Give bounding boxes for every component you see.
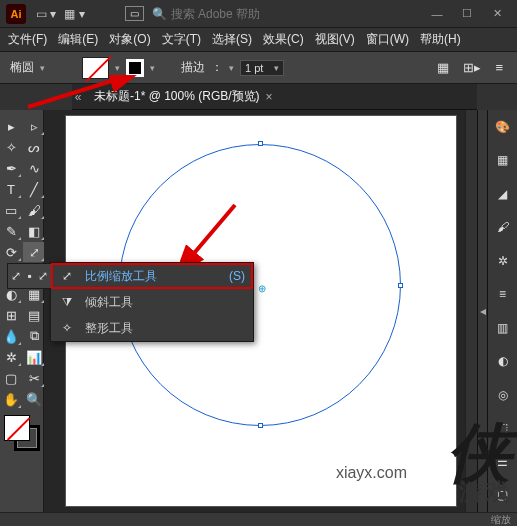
- stroke-weight-input[interactable]: 1 pt▾: [240, 60, 284, 76]
- eyedropper-tool[interactable]: 💧: [0, 326, 22, 346]
- menu-object[interactable]: 对象(O): [109, 31, 150, 48]
- bridge-icon[interactable]: ▭ ▾: [36, 7, 56, 21]
- shear-icon: ⧩: [59, 295, 75, 309]
- align-icon[interactable]: ▦: [433, 58, 453, 77]
- scale-tool[interactable]: ⤢: [23, 242, 45, 262]
- menu-edit[interactable]: 编辑(E): [58, 31, 98, 48]
- watermark-char: 侠: [447, 431, 511, 476]
- active-tool-label: 椭圆: [10, 59, 34, 76]
- gradient-tool[interactable]: ▤: [23, 305, 45, 325]
- bbox-handle-bottom[interactable]: [258, 423, 263, 428]
- menu-help[interactable]: 帮助(H): [420, 31, 461, 48]
- menu-type[interactable]: 文字(T): [162, 31, 201, 48]
- gradient-panel-icon[interactable]: ▥: [493, 319, 513, 337]
- rotate-tool[interactable]: ⟳: [0, 242, 22, 262]
- help-search[interactable]: 🔍: [152, 7, 423, 21]
- menu-file[interactable]: 文件(F): [8, 31, 47, 48]
- panel-menu-icon[interactable]: ≡: [491, 58, 507, 77]
- maximize-button[interactable]: ☐: [453, 4, 481, 24]
- flyout-item-reshape[interactable]: ✧ 整形工具: [51, 315, 253, 341]
- status-text: 缩放: [491, 513, 511, 527]
- window-controls: — ☐ ✕: [423, 4, 511, 24]
- color-panel-icon[interactable]: 🎨: [493, 118, 513, 136]
- transform-origin-icon[interactable]: ⊕: [258, 283, 266, 294]
- hand-tool[interactable]: ✋: [0, 389, 22, 409]
- menu-select[interactable]: 选择(S): [212, 31, 252, 48]
- shaper-tool[interactable]: ✎: [0, 221, 22, 241]
- transparency-panel-icon[interactable]: ◐: [493, 353, 513, 371]
- direct-selection-tool[interactable]: ▹: [23, 116, 45, 136]
- scale-tool-flyout: ⤢▪⤢ ⤢ 比例缩放工具 (S) ⧩ 倾斜工具 ✧ 整形工具: [50, 262, 254, 342]
- flyout-item-shear[interactable]: ⧩ 倾斜工具: [51, 289, 253, 315]
- colorguide-panel-icon[interactable]: ◢: [493, 185, 513, 203]
- flyout-shortcut: (S): [229, 269, 245, 283]
- flyout-label: 整形工具: [85, 320, 133, 337]
- toolbox: ▸ ▹ ✧ ᔕ ✒ ∿ T ╱ ▭ 🖌 ✎ ◧ ⟳ ⤢ ⋔ ◫ ◐ ▦ ⊞ ▤ …: [0, 110, 44, 512]
- tab-scroll-left[interactable]: «: [72, 90, 84, 104]
- appearance-panel-icon[interactable]: ◎: [493, 386, 513, 404]
- status-bar: 缩放: [0, 512, 517, 526]
- mesh-tool[interactable]: ⊞: [0, 305, 22, 325]
- scale-icon: ⤢: [59, 269, 75, 283]
- menu-bar: 文件(F) 编辑(E) 对象(O) 文字(T) 选择(S) 效果(C) 视图(V…: [0, 28, 517, 52]
- paintbrush-tool[interactable]: 🖌: [23, 200, 45, 220]
- bbox-handle-right[interactable]: [398, 283, 403, 288]
- document-tab-bar: « 未标题-1* @ 100% (RGB/预览) ×: [72, 84, 477, 110]
- stroke-dropdown[interactable]: ▾: [150, 63, 155, 73]
- fill-stroke-swatches[interactable]: [4, 415, 40, 451]
- title-dropdowns: ▭ ▾ ▦ ▾: [36, 7, 85, 21]
- document-tab-title: 未标题-1* @ 100% (RGB/预览): [94, 88, 260, 105]
- swatches-panel-icon[interactable]: ▦: [493, 152, 513, 170]
- close-button[interactable]: ✕: [483, 4, 511, 24]
- eraser-tool[interactable]: ◧: [23, 221, 45, 241]
- search-icon: 🔍: [152, 7, 167, 21]
- lasso-tool[interactable]: ᔕ: [23, 137, 45, 157]
- search-input[interactable]: [171, 7, 281, 21]
- watermark: 侠 游戏: [447, 431, 511, 508]
- fill-swatch[interactable]: [82, 57, 109, 79]
- flyout-label: 比例缩放工具: [85, 268, 157, 285]
- curvature-tool[interactable]: ∿: [23, 158, 45, 178]
- toolbox-fill[interactable]: [4, 415, 30, 441]
- artboard-tool[interactable]: ▢: [0, 368, 22, 388]
- flyout-label: 倾斜工具: [85, 294, 133, 311]
- magic-wand-tool[interactable]: ✧: [0, 137, 22, 157]
- document-tab[interactable]: 未标题-1* @ 100% (RGB/预览) ×: [84, 88, 283, 105]
- type-tool[interactable]: T: [0, 179, 22, 199]
- symbols-panel-icon[interactable]: ✲: [493, 252, 513, 270]
- stroke-panel-icon[interactable]: ≡: [493, 286, 513, 304]
- flyout-tearoff[interactable]: ⤢▪⤢: [7, 263, 51, 289]
- menu-window[interactable]: 窗口(W): [366, 31, 409, 48]
- transform-icon[interactable]: ⊞▸: [459, 58, 485, 77]
- menu-effect[interactable]: 效果(C): [263, 31, 304, 48]
- options-bar: 椭圆 ▾ ▾ ▾ 描边 ： ▾ 1 pt▾ ▦ ⊞▸ ≡: [0, 52, 517, 84]
- stroke-menu[interactable]: ▾: [229, 63, 234, 73]
- minimize-button[interactable]: —: [423, 4, 451, 24]
- zoom-tool[interactable]: 🔍: [23, 389, 45, 409]
- title-bar: Ai ▭ ▾ ▦ ▾ ▭ 🔍 — ☐ ✕: [0, 0, 517, 28]
- bbox-handle-top[interactable]: [258, 141, 263, 146]
- brushes-panel-icon[interactable]: 🖌: [493, 219, 513, 237]
- watermark-url: xiayx.com: [336, 464, 407, 482]
- blend-tool[interactable]: ⧉: [23, 326, 45, 346]
- chevron-down-icon[interactable]: ▾: [40, 63, 45, 73]
- pen-tool[interactable]: ✒: [0, 158, 22, 178]
- menu-view[interactable]: 视图(V): [315, 31, 355, 48]
- line-tool[interactable]: ╱: [23, 179, 45, 199]
- doc-setup-icon[interactable]: ▭: [125, 6, 144, 21]
- flyout-item-scale[interactable]: ⤢ 比例缩放工具 (S): [51, 263, 253, 289]
- tab-close-icon[interactable]: ×: [266, 90, 273, 104]
- fill-dropdown[interactable]: ▾: [115, 63, 120, 73]
- app-logo: Ai: [6, 4, 26, 24]
- symbol-sprayer-tool[interactable]: ✲: [0, 347, 22, 367]
- arrange-icon[interactable]: ▦ ▾: [64, 7, 84, 21]
- graph-tool[interactable]: 📊: [23, 347, 45, 367]
- selection-tool[interactable]: ▸: [0, 116, 22, 136]
- slice-tool[interactable]: ✂: [23, 368, 45, 388]
- rectangle-tool[interactable]: ▭: [0, 200, 22, 220]
- stroke-swatch[interactable]: [126, 59, 144, 77]
- colon: ：: [211, 59, 223, 76]
- reshape-icon: ✧: [59, 321, 75, 335]
- stroke-label: 描边: [181, 59, 205, 76]
